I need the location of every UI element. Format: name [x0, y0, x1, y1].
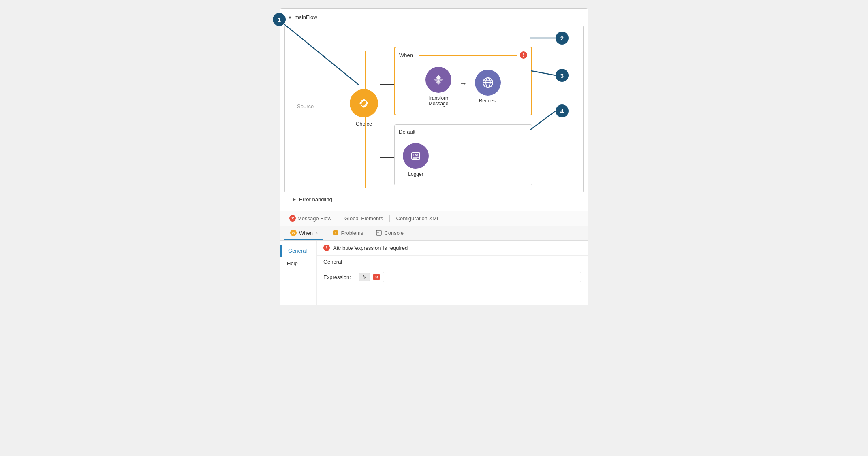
choice-node[interactable]: Choice: [350, 89, 378, 127]
source-label: Source: [297, 103, 314, 109]
annotation-label-2: 2: [560, 35, 564, 42]
request-label: Request: [479, 98, 497, 104]
request-node[interactable]: Request: [475, 70, 501, 104]
logger-icon: LOG: [409, 149, 422, 162]
when-title: When: [399, 52, 413, 58]
help-nav-label: Help: [287, 260, 298, 266]
transform-request-arrow: →: [460, 79, 467, 88]
annotation-label-3: 3: [560, 72, 564, 79]
x-button[interactable]: ✕: [373, 274, 380, 280]
logger-circle: LOG: [403, 143, 429, 169]
logger-node[interactable]: LOG Logger: [403, 143, 429, 177]
arrow-line-when: [380, 84, 394, 85]
when-title-line: When !: [399, 51, 527, 59]
mflow-tabs-row: ✕ Message Flow | Global Elements | Confi…: [280, 211, 588, 226]
choice-icon: [357, 96, 371, 111]
transform-icon: [432, 73, 445, 86]
when-tab-label: When: [299, 230, 313, 236]
svg-text:!: !: [335, 231, 336, 235]
svg-text:LOG: LOG: [413, 154, 419, 157]
general-section-header: General: [317, 256, 588, 268]
svg-point-8: [360, 102, 362, 104]
when-tab-icon: W: [290, 230, 297, 236]
when-nodes: TransformMessage →: [399, 63, 527, 111]
tab-divider-2: |: [389, 215, 390, 222]
expression-row: Expression: fx ✕: [317, 268, 588, 286]
when-tab[interactable]: W When ×: [284, 226, 323, 240]
flow-area: ▼ mainFlow Source: [280, 9, 588, 211]
annotation-1: 1: [273, 13, 286, 26]
configuration-xml-label: Configuration XML: [396, 215, 440, 222]
svg-point-11: [363, 106, 365, 108]
svg-point-4: [357, 97, 370, 110]
when-tab-close[interactable]: ×: [315, 230, 318, 235]
expression-input[interactable]: [383, 272, 581, 282]
error-expand-arrow: ▶: [293, 197, 296, 202]
error-message-text: Attribute 'expression' is required: [333, 245, 408, 251]
panel-tabs-bar: W When × ! Problems Console: [280, 226, 588, 240]
general-nav-label: General: [288, 248, 307, 254]
error-message-dot: !: [323, 245, 330, 251]
bottom-panel: General Help ! Attribute 'expression' is…: [280, 240, 588, 305]
fx-button[interactable]: fx: [359, 273, 370, 281]
collapse-arrow[interactable]: ▼: [288, 15, 292, 20]
default-header: Default: [399, 129, 528, 135]
svg-point-10: [363, 99, 365, 101]
flow-header: ▼ mainFlow: [284, 13, 584, 22]
transform-circle: [425, 67, 451, 93]
general-nav-item[interactable]: General: [280, 245, 316, 257]
annotation-label-4: 4: [560, 108, 564, 115]
error-handling-label: Error handling: [299, 196, 332, 202]
annotation-2: 2: [556, 32, 569, 45]
transform-label: TransformMessage: [428, 95, 449, 107]
main-container: ▼ mainFlow Source: [280, 8, 588, 305]
request-circle: [475, 70, 501, 96]
svg-point-9: [366, 102, 368, 104]
flow-title: mainFlow: [295, 14, 317, 20]
help-nav-item[interactable]: Help: [280, 257, 316, 270]
logger-label: Logger: [408, 171, 423, 177]
console-tab[interactable]: Console: [370, 227, 409, 240]
console-tab-label: Console: [384, 230, 404, 236]
side-nav: General Help: [280, 241, 317, 305]
default-box: Default LOG Logger: [394, 124, 532, 185]
when-header: When !: [399, 51, 527, 59]
arrow-line-default: [380, 157, 394, 158]
problems-tab[interactable]: ! Problems: [327, 227, 369, 240]
when-box: When !: [394, 47, 532, 115]
problems-tab-label: Problems: [341, 230, 363, 236]
global-elements-label: Global Elements: [344, 215, 383, 222]
annotation-4: 4: [556, 104, 569, 117]
expression-label: Expression:: [323, 274, 356, 280]
red-x-icon: ✕: [373, 274, 380, 280]
choice-label: Choice: [356, 121, 372, 127]
annotation-3: 3: [556, 69, 569, 82]
message-flow-error-icon: ✕: [289, 215, 296, 222]
when-title-bar: [419, 55, 517, 56]
global-elements-tab[interactable]: Global Elements: [342, 215, 385, 222]
annotation-label-1: 1: [278, 16, 281, 23]
console-icon: [376, 230, 382, 236]
when-error-icon: !: [520, 51, 527, 59]
problems-icon: !: [333, 230, 338, 236]
tab-divider: [325, 229, 325, 237]
panel-content: ! Attribute 'expression' is required Gen…: [317, 241, 588, 305]
error-message-bar: ! Attribute 'expression' is required: [317, 241, 588, 256]
message-flow-tab[interactable]: ✕ Message Flow: [287, 214, 334, 222]
flow-canvas: Source: [284, 26, 584, 192]
request-icon: [481, 76, 494, 89]
configuration-xml-tab[interactable]: Configuration XML: [394, 215, 443, 222]
default-nodes: LOG Logger: [399, 139, 528, 181]
choice-circle: [350, 89, 378, 117]
message-flow-label: Message Flow: [297, 215, 331, 222]
tab-divider-1: |: [337, 215, 339, 222]
error-handling[interactable]: ▶ Error handling: [284, 192, 584, 207]
transform-node[interactable]: TransformMessage: [425, 67, 451, 107]
